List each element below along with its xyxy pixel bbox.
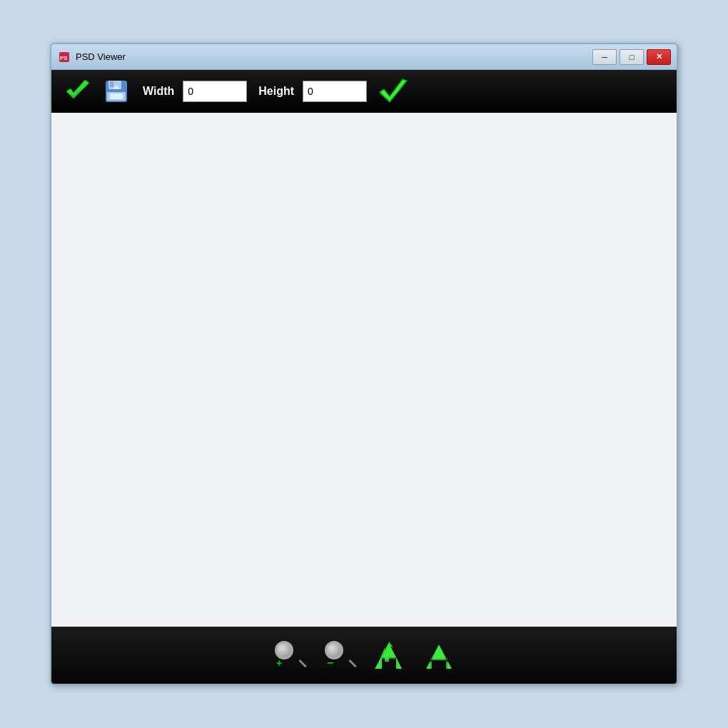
checkmark-left-icon (64, 79, 92, 104)
zoom-out-button[interactable]: − (321, 637, 357, 673)
minimize-button[interactable]: ─ (592, 49, 617, 65)
height-input[interactable] (303, 81, 367, 102)
window-title: PSD Viewer (76, 51, 592, 62)
canvas-area (51, 113, 677, 627)
svg-marker-14 (376, 644, 402, 669)
app-icon: PS (57, 50, 71, 64)
close-button[interactable]: ✕ (647, 49, 671, 65)
svg-marker-10 (380, 79, 407, 102)
save-button[interactable] (101, 76, 131, 106)
width-input[interactable] (183, 81, 247, 102)
zoom-in-button[interactable]: + (271, 637, 307, 673)
top-toolbar: Width Height (51, 70, 677, 113)
floppy-disk-icon (104, 79, 128, 103)
svg-marker-16 (428, 646, 450, 669)
svg-rect-8 (110, 93, 123, 99)
window-controls: ─ □ ✕ (592, 49, 671, 65)
zoom-out-icon: − (325, 641, 353, 669)
open-button[interactable] (63, 76, 93, 106)
restore-button[interactable]: □ (620, 49, 644, 65)
checkmark-right-icon (377, 78, 410, 105)
title-bar: PS PSD Viewer ─ □ ✕ (51, 44, 677, 70)
rotate-left-button[interactable] (371, 637, 407, 673)
rotate-right-button[interactable] (421, 637, 457, 673)
zoom-in-icon: + (275, 641, 303, 669)
main-window: PS PSD Viewer ─ □ ✕ (50, 43, 678, 685)
rotate-left-icon (373, 640, 405, 670)
svg-marker-2 (66, 80, 89, 98)
psd-viewer-icon: PS (59, 51, 70, 63)
width-label: Width (143, 85, 174, 98)
svg-rect-6 (110, 81, 113, 87)
height-label: Height (258, 85, 294, 98)
rotate-right-icon (423, 640, 455, 670)
confirm-button[interactable] (375, 76, 405, 106)
svg-text:PS: PS (60, 55, 68, 61)
bottom-toolbar: + − (51, 627, 677, 684)
